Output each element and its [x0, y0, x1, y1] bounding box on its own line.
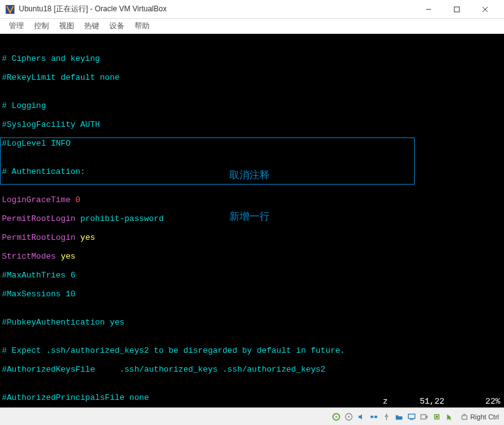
audio-icon[interactable] [356, 412, 366, 422]
window-title: Ubuntu18 [正在运行] - Oracle VM VirtualBox [19, 4, 414, 14]
svg-rect-13 [421, 414, 426, 419]
svg-point-6 [336, 416, 337, 417]
minimize-button[interactable] [414, 0, 442, 19]
mouse-integration-icon[interactable] [444, 412, 454, 422]
menu-hotkeys[interactable]: 热键 [79, 21, 104, 31]
virtualbox-status-bar: Right Ctrl [0, 407, 504, 425]
terminal-viewport[interactable]: # Ciphers and keying #RekeyLimit default… [0, 34, 504, 407]
host-key-icon [461, 413, 468, 421]
terminal-line: # Authentication: [2, 167, 502, 176]
terminal-line: #LogLevel INFO [2, 139, 502, 148]
terminal-line: # Expect .ssh/authorized_keys2 to be dis… [2, 346, 502, 355]
terminal-line: # Logging [2, 101, 502, 110]
menu-view[interactable]: 视图 [54, 21, 79, 31]
maximize-button[interactable] [442, 0, 471, 19]
terminal-line: #RekeyLimit default none [2, 73, 502, 82]
optical-disk-icon[interactable] [344, 412, 354, 422]
menu-manage[interactable]: 管理 [4, 21, 29, 31]
terminal-line: #PubkeyAuthentication yes [2, 318, 502, 327]
menu-bar: 管理 控制 视图 热键 设备 帮助 [0, 19, 504, 34]
vim-status-position: 51,22 [420, 397, 444, 406]
svg-rect-11 [408, 414, 415, 418]
shared-folders-icon[interactable] [394, 412, 404, 422]
svg-rect-2 [454, 7, 459, 12]
hard-disk-icon[interactable] [331, 412, 341, 422]
host-key-indicator[interactable]: Right Ctrl [461, 413, 499, 421]
virtualbox-icon [5, 4, 15, 14]
vim-status-percent: 22% [486, 397, 500, 406]
processor-icon[interactable] [432, 412, 442, 422]
recording-icon[interactable] [419, 412, 429, 422]
terminal-line: #SyslogFacility AUTH [2, 120, 502, 129]
terminal-line: LoginGraceTime 0 [2, 195, 502, 205]
display-icon[interactable] [407, 412, 417, 422]
terminal-line: #MaxSessions 10 [2, 289, 502, 299]
network-icon[interactable] [369, 412, 379, 422]
vim-status-mode: z [383, 397, 388, 406]
menu-control[interactable]: 控制 [29, 21, 54, 31]
terminal-line: # Ciphers and keying [2, 54, 502, 63]
close-button[interactable] [471, 0, 499, 19]
terminal-line: StrictModes yes [2, 252, 502, 261]
usb-icon[interactable] [381, 412, 392, 422]
window-controls [414, 0, 499, 19]
terminal-line: PermitRootLogin prohibit-password [2, 214, 502, 223]
svg-rect-9 [371, 416, 373, 418]
svg-rect-15 [436, 416, 438, 418]
menu-devices[interactable]: 设备 [104, 21, 129, 31]
menu-help[interactable]: 帮助 [129, 21, 155, 31]
svg-rect-10 [375, 416, 377, 418]
title-bar: Ubuntu18 [正在运行] - Oracle VM VirtualBox [0, 0, 504, 19]
terminal-line: PermitRootLogin yes [2, 233, 502, 242]
terminal-line: #MaxAuthTries 6 [2, 271, 502, 280]
svg-point-8 [348, 416, 350, 417]
terminal-line: #AuthorizedKeysFile .ssh/authorized_keys… [2, 365, 502, 374]
